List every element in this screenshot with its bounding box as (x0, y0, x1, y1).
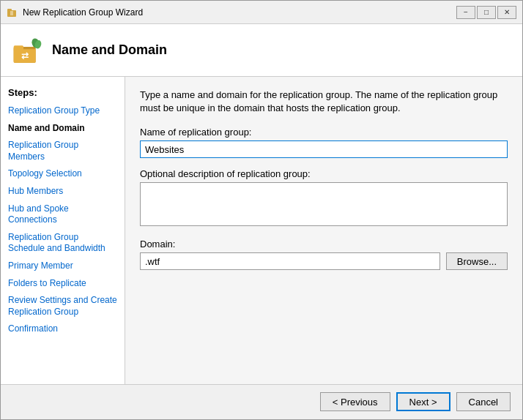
sidebar-item-confirmation[interactable]: Confirmation (1, 320, 125, 338)
sidebar-item-review-settings[interactable]: Review Settings and Create Replication G… (1, 292, 125, 320)
sidebar-item-hub-and-spoke[interactable]: Hub and Spoke Connections (1, 200, 125, 229)
svg-rect-5 (14, 45, 23, 50)
name-label: Name of replication group: (140, 127, 508, 138)
domain-label: Domain: (140, 239, 508, 250)
steps-label: Steps: (1, 84, 125, 102)
domain-group: Domain: Browse... (140, 239, 508, 270)
wizard-window: New Replication Group Wizard − □ ✕ ⇄ ★ (0, 0, 523, 420)
sidebar: Steps: Replication Group Type Name and D… (1, 77, 125, 384)
sidebar-item-hub-members[interactable]: Hub Members (1, 183, 125, 200)
title-bar: New Replication Group Wizard − □ ✕ (1, 1, 522, 24)
svg-rect-2 (10, 11, 13, 15)
sidebar-item-name-and-domain: Name and Domain (1, 120, 125, 138)
domain-input[interactable] (140, 252, 440, 270)
name-group: Name of replication group: (140, 127, 508, 158)
main-content: Type a name and domain for the replicati… (125, 77, 522, 384)
maximize-button[interactable]: □ (477, 6, 496, 19)
minimize-button[interactable]: − (456, 6, 475, 19)
sidebar-item-topology-selection[interactable]: Topology Selection (1, 165, 125, 183)
name-input[interactable] (140, 140, 508, 158)
title-bar-text: New Replication Group Wizard (23, 7, 456, 18)
sidebar-item-folders-to-replicate[interactable]: Folders to Replicate (1, 275, 125, 293)
description-input[interactable] (140, 182, 508, 226)
next-button[interactable]: Next > (396, 392, 450, 411)
content-area: Steps: Replication Group Type Name and D… (1, 77, 522, 384)
sidebar-item-schedule-bandwidth[interactable]: Replication Group Schedule and Bandwidth (1, 229, 125, 258)
wizard-header: ⇄ ★ Name and Domain (1, 24, 522, 77)
close-button[interactable]: ✕ (497, 6, 516, 19)
browse-button[interactable]: Browse... (446, 252, 508, 270)
title-bar-controls: − □ ✕ (456, 6, 516, 19)
domain-row: Browse... (140, 252, 508, 270)
description-text: Type a name and domain for the replicati… (140, 89, 508, 115)
header-title: Name and Domain (52, 42, 167, 58)
svg-text:⇄: ⇄ (21, 50, 29, 59)
sidebar-item-replication-group-members[interactable]: Replication Group Members (1, 137, 125, 165)
sidebar-item-primary-member[interactable]: Primary Member (1, 258, 125, 275)
previous-button[interactable]: < Previous (320, 392, 390, 411)
sidebar-item-replication-group-type[interactable]: Replication Group Type (1, 102, 125, 120)
desc-label: Optional description of replication grou… (140, 168, 508, 179)
footer: < Previous Next > Cancel (1, 384, 522, 419)
title-bar-icon (7, 7, 18, 18)
wizard-icon: ⇄ ★ (12, 36, 42, 65)
description-group: Optional description of replication grou… (140, 168, 508, 228)
cancel-button[interactable]: Cancel (456, 392, 511, 411)
